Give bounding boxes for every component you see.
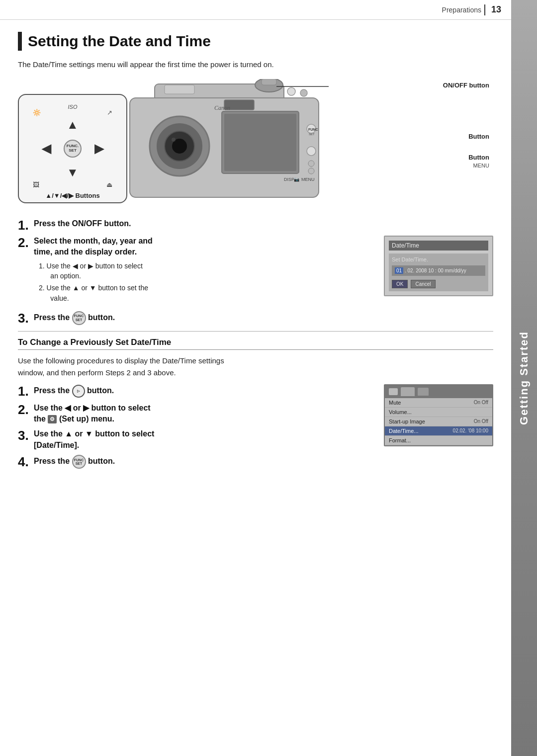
screenshot-title: Date/Time bbox=[389, 241, 488, 251]
step3-func-icon: FUNCSET bbox=[72, 311, 86, 325]
change-section-header: To Change a Previously Set Date/Time bbox=[18, 337, 493, 350]
step2-screenshot: Date/Time Set Date/Time. 01 . 02. 2008 1… bbox=[384, 236, 493, 296]
screenshot2-row-datetime: Date/Time... 02.02. '08 10:00 bbox=[385, 426, 492, 436]
substeps: 1. Use the ◀ or ▶ button to select an op… bbox=[39, 261, 374, 303]
change-step1-text: Press the ▷ button. bbox=[34, 385, 114, 398]
button-panel-diagram: ISO ▲ ▼ ◀ ▶ FUNC.SET 🔆 ↗ 🖼 ⏏ ▲/▼/◀/▶ But… bbox=[18, 84, 117, 203]
substep2: 2. Use the ▲ or ▼ button to set the valu… bbox=[39, 283, 374, 303]
screenshot2-row-format: Format... bbox=[385, 436, 492, 445]
screenshot-highlighted-field: 01 bbox=[395, 267, 403, 274]
screenshot2-row-mute: Mute On Off bbox=[385, 398, 492, 408]
arrow-down-icon: ▼ bbox=[67, 166, 79, 179]
change-step1-menu-icon: ▷ bbox=[72, 385, 85, 398]
change-step2-text: Use the ◀ or ▶ button to select the ⚙ (S… bbox=[34, 403, 151, 425]
change-step4-func-icon: FUNCSET bbox=[72, 455, 86, 469]
screenshot2-header bbox=[385, 385, 492, 398]
screenshot-field: 01 . 02. 2008 10 : 00 mm/dd/yy bbox=[392, 265, 485, 276]
svg-text:Canon: Canon bbox=[214, 104, 230, 111]
svg-text:SET: SET bbox=[309, 133, 315, 136]
screenshot2-tab bbox=[401, 387, 415, 396]
menu-button-callout: Button bbox=[468, 154, 489, 161]
screenshot2-camera-icon bbox=[389, 388, 398, 395]
substep1: 1. Use the ◀ or ▶ button to select an op… bbox=[39, 261, 374, 281]
change-step1-number: 1. bbox=[18, 384, 34, 399]
svg-point-14 bbox=[287, 87, 295, 95]
top-bar: Preparations 13 bbox=[0, 0, 511, 20]
svg-point-9 bbox=[172, 138, 176, 142]
svg-point-19 bbox=[307, 147, 316, 156]
svg-text:DISP.: DISP. bbox=[284, 177, 295, 182]
main-content: Setting the Date and Time The Date/Time … bbox=[0, 20, 511, 756]
step2-number: 2. bbox=[18, 236, 34, 250]
header-section: Preparations bbox=[442, 6, 481, 14]
change-step1: 1. Press the ▷ button. bbox=[18, 384, 374, 399]
change-step3-number: 3. bbox=[18, 428, 34, 443]
step3-number: 3. bbox=[18, 311, 34, 326]
camera-illustration: Canon FUNC SET DISP. 📷 MENU bbox=[115, 79, 334, 206]
screenshot2-box: Mute On Off Volume... Start-up Image On … bbox=[384, 384, 493, 446]
screenshot-content: Set Date/Time. 01 . 02. 2008 10 : 00 mm/… bbox=[389, 253, 488, 291]
change-step4: 4. Press the FUNCSET button. bbox=[18, 455, 374, 469]
icon-topright: ↗ bbox=[107, 109, 112, 116]
buttons-label: ▲/▼/◀/▶ Buttons bbox=[19, 192, 126, 199]
screenshot-cancel-btn[interactable]: Cancel bbox=[411, 280, 435, 288]
change-step3: 3. Use the ▲ or ▼ button to select [Date… bbox=[18, 428, 374, 451]
camera-svg: Canon FUNC SET DISP. 📷 MENU bbox=[115, 79, 334, 206]
step2-text: Select the month, day, year and time, an… bbox=[34, 236, 153, 258]
screenshot2-row-startup: Start-up Image On Off bbox=[385, 417, 492, 426]
bottom-section: 1. Press the ▷ button. 2. Use the ◀ or ▶… bbox=[18, 384, 493, 472]
svg-point-20 bbox=[308, 161, 314, 167]
screenshot-subtitle: Set Date/Time. bbox=[392, 256, 485, 262]
datetime-screenshot: Date/Time Set Date/Time. 01 . 02. 2008 1… bbox=[384, 236, 493, 296]
func-button-label: Button bbox=[468, 133, 489, 140]
svg-rect-2 bbox=[262, 79, 276, 85]
setup-screenshot: Mute On Off Volume... Start-up Image On … bbox=[384, 384, 493, 446]
svg-rect-3 bbox=[165, 85, 194, 94]
func-set-button[interactable]: FUNC.SET bbox=[64, 140, 82, 158]
step1-text: Press the ON/OFF button. bbox=[34, 218, 131, 229]
bottom-left: 1. Press the ▷ button. 2. Use the ◀ or ▶… bbox=[18, 384, 374, 472]
step3: 3. Press the FUNCSET button. bbox=[18, 311, 493, 326]
step2: 2. Select the month, day, year and time,… bbox=[18, 236, 374, 258]
menu-button-label: Button bbox=[468, 154, 489, 161]
left-diagram: ISO ▲ ▼ ◀ ▶ FUNC.SET 🔆 ↗ 🖼 ⏏ ▲/▼/◀/▶ But… bbox=[18, 94, 127, 203]
step1: 1. Press the ON/OFF button. bbox=[18, 218, 493, 233]
svg-text:📷: 📷 bbox=[294, 176, 300, 182]
change-step2: 2. Use the ◀ or ▶ button to select the ⚙… bbox=[18, 403, 374, 425]
step1-number: 1. bbox=[18, 218, 34, 233]
icon-bottomleft: 🖼 bbox=[33, 181, 39, 188]
arrow-up-icon: ▲ bbox=[67, 118, 79, 132]
screenshot-buttons: OK Cancel bbox=[392, 280, 485, 288]
onoff-button-label: ON/OFF button bbox=[443, 82, 489, 89]
diagram-area: ISO ▲ ▼ ◀ ▶ FUNC.SET 🔆 ↗ 🖼 ⏏ ▲/▼/◀/▶ But… bbox=[18, 79, 493, 213]
func-button-callout: Button bbox=[468, 133, 489, 140]
svg-point-15 bbox=[300, 89, 307, 96]
icon-bottomright: ⏏ bbox=[106, 181, 112, 188]
change-step4-text: Press the FUNCSET button. bbox=[34, 455, 115, 469]
section-divider bbox=[18, 331, 493, 332]
header-page-number: 13 bbox=[491, 4, 501, 15]
step2-left: 2. Select the month, day, year and time,… bbox=[18, 236, 374, 307]
step2-text1: Select the month, day, year and bbox=[34, 237, 153, 245]
screenshot-ok-btn[interactable]: OK bbox=[392, 280, 408, 288]
arrow-left-icon: ◀ bbox=[42, 142, 51, 156]
page-title-area: Setting the Date and Time bbox=[18, 32, 493, 51]
sidebar: Getting Started bbox=[511, 0, 537, 756]
cross-arrows: ▲ ▼ ◀ ▶ FUNC.SET bbox=[53, 129, 92, 168]
intro-text: The Date/Time settings menu will appear … bbox=[18, 59, 493, 70]
svg-text:MENU: MENU bbox=[301, 177, 315, 182]
arrow-right-icon: ▶ bbox=[94, 142, 103, 156]
change-step2-number: 2. bbox=[18, 403, 34, 417]
svg-text:FUNC: FUNC bbox=[308, 128, 318, 131]
step3-text: Press the FUNCSET button. bbox=[34, 311, 115, 325]
svg-rect-11 bbox=[224, 114, 296, 171]
iso-label: ISO bbox=[68, 104, 78, 110]
step2-area: 2. Select the month, day, year and time,… bbox=[18, 236, 493, 307]
page-title: Setting the Date and Time bbox=[28, 33, 211, 50]
step2-text2: time, and the display order. bbox=[34, 248, 137, 256]
change-step4-number: 4. bbox=[18, 455, 34, 469]
menu-text-label: MENU bbox=[473, 163, 489, 168]
top-bar-divider bbox=[484, 4, 485, 15]
screenshot2-row-volume: Volume... bbox=[385, 408, 492, 417]
screenshot-field-text: . 02. 2008 10 : 00 mm/dd/yy bbox=[405, 268, 466, 273]
